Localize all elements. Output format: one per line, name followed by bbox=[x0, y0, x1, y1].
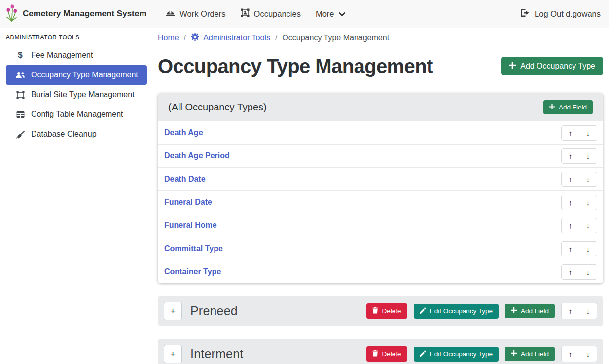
move-up-button[interactable]: ↑ bbox=[561, 241, 579, 256]
field-link[interactable]: Committal Type bbox=[164, 244, 223, 253]
breadcrumb-separator: / bbox=[184, 34, 186, 42]
dollar-icon: $ bbox=[15, 50, 26, 60]
plus-icon bbox=[511, 350, 517, 358]
add-field-label: Add Field bbox=[559, 104, 587, 111]
move-down-button[interactable]: ↓ bbox=[579, 172, 597, 187]
reorder-controls: ↑ ↓ bbox=[561, 241, 597, 256]
nav-work-orders[interactable]: Work Orders bbox=[158, 0, 233, 28]
move-up-button[interactable]: ↑ bbox=[561, 264, 579, 280]
table-icon bbox=[15, 111, 26, 118]
all-occupancy-types-card: (All Occupancy Types) Add Field Death Ag… bbox=[158, 93, 603, 283]
move-down-button[interactable]: ↓ bbox=[579, 125, 597, 141]
edit-occupancy-type-button[interactable]: Edit Occupancy Type bbox=[414, 304, 499, 319]
move-up-button[interactable]: ↑ bbox=[561, 148, 579, 164]
delete-label: Delete bbox=[382, 307, 401, 315]
nav-more-label: More bbox=[316, 9, 334, 19]
move-down-button[interactable]: ↓ bbox=[579, 218, 597, 233]
plus-icon bbox=[511, 307, 517, 315]
sidebar-item-label: Config Table Management bbox=[31, 110, 123, 119]
page-title: Occupancy Type Management bbox=[158, 54, 433, 78]
sidebar-item-database-cleanup[interactable]: Database Cleanup bbox=[6, 124, 147, 144]
plus-icon bbox=[509, 62, 516, 71]
sidebar-item-label: Database Cleanup bbox=[31, 130, 97, 139]
expand-section-button[interactable]: + bbox=[164, 302, 182, 320]
move-up-button[interactable]: ↑ bbox=[561, 195, 579, 210]
field-link[interactable]: Container Type bbox=[164, 267, 221, 276]
users-icon bbox=[15, 72, 26, 79]
add-field-button[interactable]: Add Field bbox=[505, 347, 555, 361]
reorder-controls: ↑ ↓ bbox=[561, 303, 597, 319]
plus-icon bbox=[549, 104, 555, 111]
field-row: Death Age Period ↑ ↓ bbox=[158, 144, 603, 167]
section-actions: Delete Edit Occupancy Type Add bbox=[366, 346, 597, 362]
all-occupancy-types-header: (All Occupancy Types) Add Field bbox=[158, 93, 603, 121]
sidebar-item-occupancy-type-management[interactable]: Occupancy Type Management bbox=[6, 65, 147, 85]
sidebar-heading: ADMINISTRATOR TOOLS bbox=[6, 34, 152, 41]
move-up-button[interactable]: ↑ bbox=[561, 125, 579, 141]
move-down-button[interactable]: ↓ bbox=[579, 303, 597, 319]
field-link[interactable]: Death Age Period bbox=[164, 151, 230, 160]
move-down-button[interactable]: ↓ bbox=[579, 148, 597, 164]
move-up-button[interactable]: ↑ bbox=[561, 303, 579, 319]
frame-user-icon bbox=[241, 8, 250, 19]
trash-icon bbox=[372, 307, 378, 315]
sidebar: ADMINISTRATOR TOOLS $ Fee Management Occ… bbox=[0, 28, 158, 364]
logout-link[interactable]: Log Out d.gowans bbox=[521, 9, 601, 19]
move-up-button[interactable]: ↑ bbox=[561, 218, 579, 233]
sidebar-item-label: Burial Site Type Management bbox=[31, 90, 135, 99]
main-content: Home / bbox=[158, 28, 609, 364]
nav-occupancies-label: Occupancies bbox=[254, 9, 301, 19]
field-row: Death Date ↑ ↓ bbox=[158, 167, 603, 190]
delete-button[interactable]: Delete bbox=[366, 346, 407, 362]
add-field-button[interactable]: Add Field bbox=[505, 304, 555, 318]
sidebar-item-config-table-management[interactable]: Config Table Management bbox=[6, 105, 147, 124]
logout-label: Log Out d.gowans bbox=[535, 9, 601, 19]
field-link[interactable]: Funeral Date bbox=[164, 198, 212, 207]
reorder-controls: ↑ ↓ bbox=[561, 264, 597, 280]
sign-out-icon bbox=[521, 9, 530, 19]
reorder-controls: ↑ ↓ bbox=[561, 218, 597, 233]
delete-button[interactable]: Delete bbox=[366, 303, 407, 319]
sidebar-item-label: Fee Management bbox=[31, 51, 93, 60]
reorder-controls: ↑ ↓ bbox=[561, 148, 597, 164]
sidebar-item-burial-site-type-management[interactable]: Burial Site Type Management bbox=[6, 85, 147, 105]
nav-more[interactable]: More bbox=[308, 0, 353, 28]
page-header: Occupancy Type Management Add Occupancy … bbox=[158, 54, 603, 78]
breadcrumb-home[interactable]: Home bbox=[158, 34, 179, 42]
tulip-logo-icon bbox=[5, 4, 18, 24]
hard-hat-icon bbox=[166, 9, 175, 19]
reorder-controls: ↑ ↓ bbox=[561, 195, 597, 210]
breadcrumb-current: Occupancy Type Management bbox=[282, 34, 389, 42]
add-field-button[interactable]: Add Field bbox=[543, 100, 593, 114]
move-down-button[interactable]: ↓ bbox=[579, 195, 597, 210]
brand-link[interactable]: Cemetery Management System bbox=[5, 4, 146, 24]
move-up-button[interactable]: ↑ bbox=[561, 346, 579, 362]
expand-section-button[interactable]: + bbox=[164, 345, 182, 363]
occupancy-type-section-preneed: + Preneed Delete bbox=[158, 296, 603, 326]
add-occupancy-type-button[interactable]: Add Occupancy Type bbox=[501, 57, 603, 75]
section-actions: Delete Edit Occupancy Type Add bbox=[366, 303, 597, 319]
gear-icon bbox=[191, 33, 199, 43]
nav-occupancies[interactable]: Occupancies bbox=[233, 0, 308, 28]
edit-occupancy-type-button[interactable]: Edit Occupancy Type bbox=[414, 347, 499, 362]
section-title: Preneed bbox=[190, 304, 238, 318]
breadcrumb: Home / bbox=[158, 33, 603, 43]
trash-icon bbox=[372, 350, 378, 358]
breadcrumb-separator: / bbox=[275, 34, 277, 42]
sidebar-item-fee-management[interactable]: $ Fee Management bbox=[6, 45, 147, 65]
move-down-button[interactable]: ↓ bbox=[579, 264, 597, 280]
reorder-controls: ↑ ↓ bbox=[561, 172, 597, 187]
move-up-button[interactable]: ↑ bbox=[561, 172, 579, 187]
breadcrumb-admin-tools[interactable]: Administrator Tools bbox=[191, 33, 270, 43]
field-link[interactable]: Funeral Home bbox=[164, 221, 217, 230]
field-link[interactable]: Death Date bbox=[164, 175, 206, 183]
move-down-button[interactable]: ↓ bbox=[579, 346, 597, 362]
brand-title: Cemetery Management System bbox=[23, 9, 146, 19]
edit-occupancy-type-label: Edit Occupancy Type bbox=[430, 350, 493, 358]
move-down-button[interactable]: ↓ bbox=[579, 241, 597, 256]
field-row: Funeral Date ↑ ↓ bbox=[158, 190, 603, 214]
add-field-label: Add Field bbox=[521, 350, 549, 358]
field-link[interactable]: Death Age bbox=[164, 128, 203, 137]
field-row: Death Age ↑ ↓ bbox=[158, 121, 603, 144]
delete-label: Delete bbox=[382, 350, 401, 358]
